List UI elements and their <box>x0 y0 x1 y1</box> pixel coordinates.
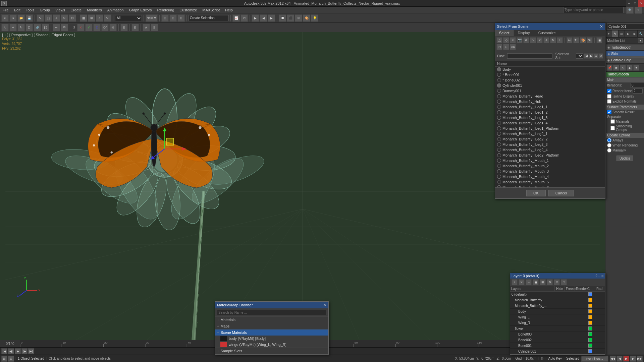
list-item-9[interactable]: Monarch_Butterfly_lLeg1_3 <box>495 115 605 120</box>
lr-render-6[interactable] <box>575 326 585 331</box>
tool-scale[interactable]: ⊡ <box>25 24 33 31</box>
find-next[interactable]: ▶ <box>589 53 593 59</box>
menu-edit[interactable]: Edit <box>11 7 23 13</box>
layers-maximize[interactable]: □ <box>561 279 567 285</box>
lr-radiosity-8[interactable] <box>595 337 605 343</box>
layer-row-0[interactable]: 0 (default) <box>510 292 605 297</box>
list-item-20[interactable]: Monarch_Butterfly_Mouth_4 <box>495 174 605 179</box>
lr-radiosity-9[interactable] <box>595 343 605 348</box>
layer-row-9[interactable]: Bone001 <box>510 343 605 349</box>
go-end-button[interactable]: ▶| <box>28 348 34 354</box>
lr-radiosity-7[interactable] <box>595 331 605 337</box>
list-item-8[interactable]: Monarch_Butterfly_lLeg1_2 <box>495 110 605 115</box>
isoline-check[interactable] <box>607 94 611 99</box>
lr-color-1[interactable] <box>585 297 595 303</box>
axis-x[interactable]: X <box>77 24 85 31</box>
find-prev[interactable]: ◀ <box>584 53 589 59</box>
lr-radiosity-6[interactable] <box>595 326 605 331</box>
modifier-editable-poly[interactable]: ◈Editable Poly <box>606 57 644 63</box>
lr-render-0[interactable] <box>575 292 585 297</box>
help-button[interactable]: ? <box>635 6 642 14</box>
smoothing-check[interactable] <box>610 126 615 130</box>
lr-render-1[interactable] <box>575 297 585 303</box>
filter-xrefs[interactable]: X <box>537 37 543 43</box>
menu-graph-editors[interactable]: Graph Editors <box>126 7 155 13</box>
modifier-list-dropdown[interactable]: ▼ <box>638 38 643 43</box>
list-item-11[interactable]: Monarch_Butterfly_lLeg1_Platform <box>495 126 605 131</box>
redo-button[interactable]: ↪ <box>9 14 17 22</box>
layer-row-7[interactable]: Bone003 <box>510 331 605 337</box>
filter-all[interactable]: A <box>543 37 549 43</box>
list-item-12[interactable]: Monarch_Butterfly_lLeg2_1 <box>495 131 605 136</box>
material-search-input[interactable] <box>217 310 326 315</box>
sample-slots-header[interactable]: + Sample Slots <box>215 348 328 354</box>
lr-color-5[interactable] <box>585 320 595 325</box>
tool-edit[interactable]: ✏ <box>53 24 60 31</box>
auto-key-toggle[interactable]: A <box>143 24 150 31</box>
keyword-search-input[interactable] <box>563 7 624 13</box>
lr-hide-9[interactable] <box>555 343 565 348</box>
percent-snap[interactable]: % <box>104 14 111 22</box>
filter-invert[interactable]: I <box>557 37 563 43</box>
scale-button[interactable]: ⊡ <box>69 14 76 22</box>
tab-select[interactable]: Select <box>495 30 514 36</box>
next-frame[interactable]: ▶ <box>268 14 275 22</box>
tab-hierarchy[interactable]: ⊞ <box>619 31 625 37</box>
select-invert[interactable]: ⊟ <box>503 44 509 50</box>
filter-cameras[interactable]: 📷 <box>517 37 523 43</box>
lr-hide-10[interactable] <box>555 349 565 354</box>
list-item-17[interactable]: Monarch_Butterfly_Mouth_1 <box>495 158 605 163</box>
lr-freeze-9[interactable] <box>565 343 575 348</box>
iterations-input[interactable] <box>631 83 644 88</box>
lr-freeze-5[interactable] <box>565 320 575 325</box>
tab-utilities[interactable]: 🔧 <box>638 31 644 37</box>
axis-y[interactable]: Y <box>85 24 93 31</box>
lr-hide-8[interactable] <box>555 337 565 343</box>
tool-clone[interactable]: ⧉ <box>61 24 68 31</box>
list-item-1[interactable]: * Bone001 <box>495 72 605 77</box>
render-settings[interactable]: ⚙ <box>295 14 302 22</box>
prev-key-button[interactable]: ◀| <box>8 348 14 354</box>
angle-snap[interactable]: ∠ <box>96 14 103 22</box>
status-btn4[interactable]: ▶ <box>630 356 636 362</box>
always-radio[interactable] <box>607 138 611 142</box>
snap-spinner[interactable]: ⊟ <box>131 24 139 31</box>
select-all[interactable]: ◼ <box>596 37 602 43</box>
filter-shapes[interactable]: ◇ <box>503 37 509 43</box>
menu-animation[interactable]: Animation <box>105 7 126 13</box>
find-settings[interactable]: ⚙ <box>598 53 603 59</box>
layers-delete-button[interactable]: ✕ <box>519 279 525 285</box>
layer-row-4[interactable]: Wing_L <box>510 314 605 320</box>
layer-row-5[interactable]: Wing_R <box>510 320 605 326</box>
list-item-22[interactable]: Monarch_Butterfly_Mouth_6 <box>495 185 605 187</box>
tab-display[interactable]: ◉ <box>631 31 638 37</box>
filter-warps[interactable]: 〜 <box>530 37 536 43</box>
search-button[interactable]: 🔍 <box>626 6 634 14</box>
lr-radiosity-3[interactable] <box>595 309 605 314</box>
find-highlight[interactable]: ★ <box>594 53 598 59</box>
layers-add-selection[interactable]: → <box>526 279 532 285</box>
filter-geometry[interactable]: △ <box>496 37 502 43</box>
mod-pin-button[interactable]: 📌 <box>606 65 612 71</box>
align-button[interactable]: ⊞ <box>161 14 169 22</box>
lr-color-6[interactable] <box>585 326 595 331</box>
when-rendering-radio[interactable] <box>607 143 611 147</box>
lr-radiosity-10[interactable] <box>595 349 605 354</box>
material-wings[interactable]: wings (VRayMtl) [Wing_L, Wing_R] <box>215 342 328 348</box>
prev-frame[interactable]: ◀ <box>260 14 267 22</box>
sort-type[interactable]: T↓ <box>573 37 579 43</box>
sort-name[interactable]: A↓ <box>567 37 573 43</box>
list-item-3[interactable]: Cylinder001 <box>495 83 605 88</box>
axis-xy[interactable]: XY <box>101 24 109 31</box>
status-btn5[interactable]: ▶▶ <box>637 356 643 362</box>
status-btn1[interactable]: ◀◀ <box>610 356 616 362</box>
tool-unlink[interactable]: ⛓ <box>42 24 49 31</box>
layer-row-3[interactable]: Body <box>510 309 605 314</box>
next-key-button[interactable]: |▶ <box>21 348 28 354</box>
cancel-button[interactable]: Cancel <box>548 190 574 196</box>
lr-color-8[interactable] <box>585 337 595 343</box>
select-button[interactable]: ↖ <box>37 14 44 22</box>
layers-new-button[interactable]: + <box>512 279 518 285</box>
selection-set-dropdown[interactable] <box>576 53 583 59</box>
tool-select[interactable]: ↖ <box>1 24 9 31</box>
